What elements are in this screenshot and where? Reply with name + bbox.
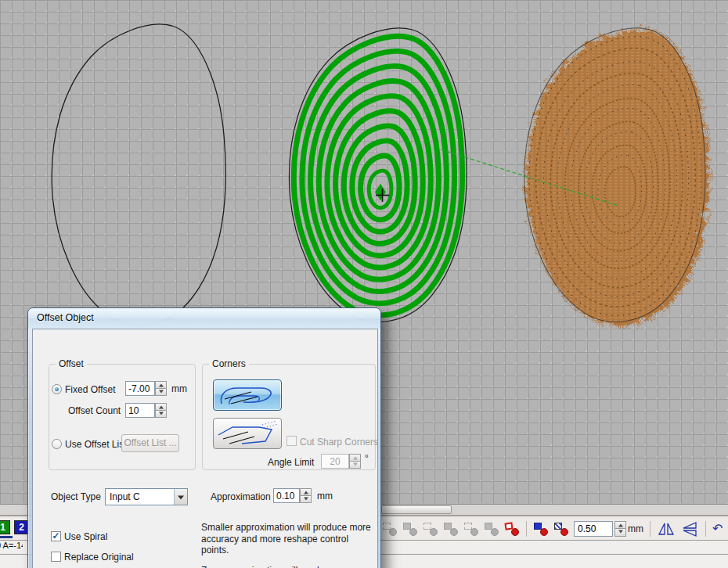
spin-up-icon[interactable] bbox=[155, 381, 167, 389]
approximation-help-text: Smaller approximation will produce more … bbox=[201, 522, 378, 556]
dialog-titlebar[interactable]: Offset Object bbox=[28, 308, 380, 329]
angle-limit-field[interactable] bbox=[321, 454, 349, 469]
status-coordinates-text: 0 A=-14 bbox=[0, 541, 23, 550]
fixed-offset-field[interactable] bbox=[125, 381, 155, 396]
shaping-weld-icon[interactable] bbox=[382, 522, 398, 536]
fixed-offset-input[interactable] bbox=[126, 382, 154, 395]
palette-swatch-1[interactable]: 1 bbox=[0, 520, 10, 534]
object-type-combobox[interactable]: Input C bbox=[105, 488, 188, 505]
application-window: mm ↶ ↷ ↺ 1 2 0 A=-14 Offset Object bbox=[0, 0, 728, 568]
offset-groupbox: Offset bbox=[49, 364, 196, 470]
active-swatch-underline bbox=[0, 536, 13, 538]
fixed-offset-radio[interactable] bbox=[52, 384, 62, 394]
use-spiral-checkbox[interactable]: ✓ bbox=[51, 531, 61, 541]
angle-limit-input[interactable] bbox=[322, 455, 348, 468]
shaping-simplify-icon[interactable] bbox=[443, 522, 459, 536]
offset-group-caption: Offset bbox=[56, 358, 87, 369]
dialog-title: Offset Object bbox=[37, 312, 94, 323]
shaping-intersect-icon[interactable] bbox=[423, 522, 438, 536]
cut-sharp-corners-label: Cut Sharp Corners bbox=[300, 437, 378, 448]
object-type-value: Input C bbox=[110, 491, 140, 502]
sharp-corners-icon bbox=[214, 419, 281, 448]
spin-down-icon[interactable] bbox=[349, 462, 361, 469]
offset-count-field[interactable] bbox=[125, 403, 155, 418]
outline-object[interactable] bbox=[52, 24, 225, 325]
dialog-body: Offset Fixed Offset mm Offset Count Use … bbox=[32, 329, 378, 568]
toolbar-separator bbox=[650, 521, 651, 537]
offset-object-dialog: Offset Object Offset Fixed Offset mm Off… bbox=[27, 307, 381, 568]
offset-distance-unit-label: mm bbox=[628, 523, 643, 534]
fixed-offset-label: Fixed Offset bbox=[65, 384, 115, 395]
angle-limit-label: Angle Limit bbox=[268, 457, 314, 468]
spiral-center-dot bbox=[375, 184, 386, 200]
zero-approximation-help-text: Zero approximation will produce a very a… bbox=[201, 565, 378, 568]
shaping-trim-icon[interactable] bbox=[402, 522, 418, 536]
replace-original-label: Replace Original bbox=[64, 552, 134, 563]
spin-up-icon[interactable] bbox=[349, 454, 361, 462]
offset-spiral-object[interactable] bbox=[289, 28, 467, 322]
object-type-label: Object Type bbox=[51, 491, 101, 502]
spin-down-icon[interactable] bbox=[155, 411, 167, 418]
approximation-input[interactable] bbox=[274, 489, 299, 502]
spin-up-icon[interactable] bbox=[614, 521, 626, 530]
approximation-label: Approximation bbox=[211, 491, 271, 502]
sharp-corners-button[interactable] bbox=[213, 418, 282, 449]
mirror-vertical-icon[interactable] bbox=[680, 521, 699, 537]
check-icon: ✓ bbox=[52, 530, 59, 541]
use-offset-list-label: Use Offset List bbox=[65, 439, 126, 450]
shaping-back-minus-front-icon[interactable] bbox=[484, 522, 499, 536]
approximation-field[interactable] bbox=[273, 488, 300, 503]
color-object-icon[interactable] bbox=[533, 522, 549, 536]
rounded-corners-button[interactable] bbox=[213, 379, 282, 411]
horizontal-scrollbar-thumb[interactable] bbox=[381, 505, 452, 514]
spin-up-icon[interactable] bbox=[300, 488, 312, 496]
approximation-spinner bbox=[300, 488, 312, 503]
offset-distance-input[interactable] bbox=[574, 521, 613, 537]
spin-up-icon[interactable] bbox=[155, 403, 167, 411]
rotate-left-icon[interactable]: ↶ bbox=[712, 521, 723, 537]
cut-sharp-corners-checkbox[interactable] bbox=[287, 436, 297, 446]
remove-overlaps-icon[interactable] bbox=[504, 522, 520, 536]
toolbar-separator bbox=[705, 521, 706, 537]
offset-list-button[interactable]: Offset List ... bbox=[121, 434, 179, 452]
replace-original-checkbox[interactable] bbox=[51, 552, 61, 562]
angle-limit-unit-label: ° bbox=[365, 453, 369, 464]
angle-limit-spinner bbox=[349, 454, 361, 469]
use-offset-list-radio[interactable] bbox=[52, 439, 62, 449]
offset-spiral-rings bbox=[294, 36, 462, 315]
spin-down-icon[interactable] bbox=[155, 389, 167, 396]
pattern-fill-icon[interactable] bbox=[553, 522, 569, 536]
stitched-object[interactable] bbox=[524, 28, 705, 322]
toolbar-separator bbox=[526, 521, 527, 537]
offset-count-spinner bbox=[155, 403, 167, 418]
fixed-offset-spinner bbox=[155, 381, 167, 396]
shaping-front-minus-back-icon[interactable] bbox=[463, 522, 479, 536]
spin-down-icon[interactable] bbox=[614, 529, 626, 537]
offset-count-input[interactable] bbox=[126, 404, 154, 417]
corners-group-caption: Corners bbox=[209, 358, 249, 369]
approximation-unit-label: mm bbox=[317, 491, 333, 501]
offset-distance-spinner bbox=[614, 521, 626, 537]
use-spiral-label: Use Spiral bbox=[64, 531, 107, 542]
fixed-offset-unit-label: mm bbox=[171, 383, 187, 394]
offset-count-label: Offset Count bbox=[68, 405, 121, 416]
chevron-down-icon[interactable] bbox=[174, 489, 187, 505]
rounded-corners-icon bbox=[214, 380, 281, 410]
mirror-horizontal-icon[interactable] bbox=[657, 521, 676, 537]
color-palette: 1 2 bbox=[0, 520, 29, 534]
spin-down-icon[interactable] bbox=[300, 496, 312, 503]
